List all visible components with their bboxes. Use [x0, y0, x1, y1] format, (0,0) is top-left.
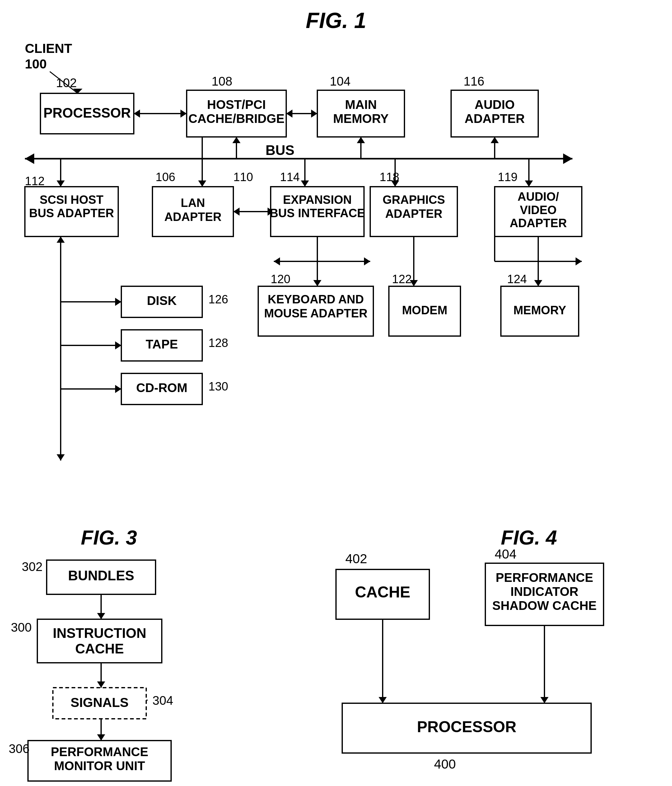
pi-text1: PERFORMANCE — [496, 571, 593, 584]
keyboard-text2: MOUSE ADAPTER — [264, 307, 367, 320]
svg-marker-3 — [134, 110, 140, 118]
svg-marker-21 — [491, 137, 499, 143]
expansion-num: 114 — [280, 171, 300, 184]
svg-marker-67 — [540, 697, 548, 703]
memory-text: MEMORY — [513, 304, 566, 317]
disk-text: DISK — [147, 294, 177, 307]
pi-num: 404 — [495, 547, 517, 561]
signals-text: SIGNALS — [71, 695, 129, 710]
svg-marker-27 — [525, 181, 533, 187]
host-num: 108 — [212, 74, 232, 88]
disk-num: 126 — [209, 293, 228, 306]
svg-marker-52 — [313, 280, 321, 286]
svg-marker-50 — [115, 385, 121, 393]
fig4-processor-text: PROCESSOR — [417, 718, 517, 736]
page: FIG. 1 CLIENT 100 PROCESSOR 102 HOST/PCI… — [0, 0, 672, 786]
svg-marker-58 — [97, 613, 105, 619]
av-text3: ADAPTER — [510, 217, 567, 230]
svg-marker-19 — [357, 137, 365, 143]
audio-num: 116 — [463, 74, 484, 88]
fig1-diagram: FIG. 1 CLIENT 100 PROCESSOR 102 HOST/PCI… — [0, 0, 672, 513]
host-pci-text2: CACHE/BRIDGE — [188, 112, 285, 126]
main-memory-text2: MEMORY — [333, 112, 389, 126]
tape-text: TAPE — [146, 337, 178, 351]
lan-text1: LAN — [181, 196, 205, 209]
host-pci-text1: HOST/PCI — [207, 98, 266, 112]
pmu-num: 306 — [9, 742, 30, 756]
keyboard-num: 120 — [271, 273, 290, 286]
svg-marker-35 — [576, 257, 582, 266]
client-num: 100 — [25, 57, 47, 71]
main-memory-text1: MAIN — [345, 98, 377, 112]
svg-marker-9 — [25, 153, 34, 164]
processor-num: 102 — [56, 76, 77, 90]
graphics-num: 118 — [380, 171, 399, 184]
svg-marker-65 — [378, 697, 387, 703]
lan-num106: 106 — [155, 171, 175, 184]
cdrom-text: CD-ROM — [136, 381, 187, 395]
scsi-text1: SCSI HOST — [40, 193, 104, 206]
expansion-text1: EXPANSION — [283, 193, 352, 206]
cache-num: 402 — [345, 552, 367, 566]
svg-marker-48 — [115, 341, 121, 349]
svg-marker-56 — [534, 280, 542, 286]
audio-adapter-text2: ADAPTER — [465, 112, 524, 126]
fig1-title: FIG. 1 — [306, 8, 366, 33]
svg-marker-7 — [311, 110, 317, 118]
scsi-num: 112 — [25, 174, 44, 188]
fig3-diagram: FIG. 3 BUNDLES 302 INSTRUCTION CACHE 300… — [0, 523, 280, 786]
tape-num: 128 — [209, 336, 228, 349]
memory-num: 124 — [507, 273, 527, 286]
scsi-text2: BUS ADAPTER — [29, 207, 114, 220]
fig4-diagram: FIG. 4 CACHE 402 PERFORMANCE INDICATOR S… — [311, 523, 672, 786]
bundles-text: BUNDLES — [68, 568, 134, 583]
modem-text: MODEM — [402, 304, 447, 317]
pi-text3: SHADOW CACHE — [492, 599, 597, 612]
ic-text2: CACHE — [75, 641, 124, 656]
audio-adapter-text1: AUDIO — [475, 98, 515, 112]
svg-marker-23 — [301, 181, 309, 187]
processor-text: PROCESSOR — [43, 105, 131, 120]
svg-marker-63 — [97, 734, 105, 740]
main-num: 104 — [330, 74, 351, 88]
bundles-num: 302 — [22, 560, 42, 574]
av-num: 119 — [498, 171, 517, 184]
bus-label: BUS — [266, 143, 295, 158]
graphics-text1: GRAPHICS — [383, 193, 445, 206]
svg-marker-14 — [232, 137, 240, 143]
svg-marker-6 — [286, 110, 292, 118]
modem-num: 122 — [392, 273, 411, 286]
svg-marker-12 — [57, 181, 65, 187]
svg-marker-42 — [57, 454, 65, 461]
lan-text2: ADAPTER — [164, 211, 221, 223]
svg-marker-44 — [115, 298, 121, 306]
signals-num: 304 — [152, 693, 173, 707]
client-label: CLIENT — [25, 41, 72, 56]
svg-marker-33 — [364, 257, 370, 266]
svg-marker-4 — [181, 110, 187, 118]
svg-marker-60 — [97, 681, 105, 688]
fig3-title: FIG. 3 — [81, 526, 137, 549]
svg-marker-10 — [563, 153, 572, 164]
av-text1: AUDIO/ — [518, 190, 559, 203]
graphics-text2: ADAPTER — [385, 207, 443, 220]
keyboard-text1: KEYBOARD AND — [268, 293, 364, 306]
lan-num110: 110 — [233, 171, 253, 184]
pi-text2: INDICATOR — [510, 585, 579, 598]
pmu-text1: PERFORMANCE — [51, 745, 148, 759]
cdrom-num: 130 — [209, 380, 228, 393]
svg-marker-32 — [274, 257, 280, 266]
av-text2: VIDEO — [520, 203, 557, 217]
svg-marker-29 — [233, 208, 240, 215]
pmu-text2: MONITOR UNIT — [54, 759, 145, 773]
ic-num: 300 — [11, 621, 32, 634]
fig4-title: FIG. 4 — [501, 526, 557, 549]
svg-marker-41 — [57, 236, 65, 243]
fig4-proc-num: 400 — [434, 757, 456, 771]
expansion-text2: BUS INTERFACE — [270, 207, 365, 220]
cache-text: CACHE — [355, 583, 410, 601]
ic-text1: INSTRUCTION — [53, 626, 146, 641]
